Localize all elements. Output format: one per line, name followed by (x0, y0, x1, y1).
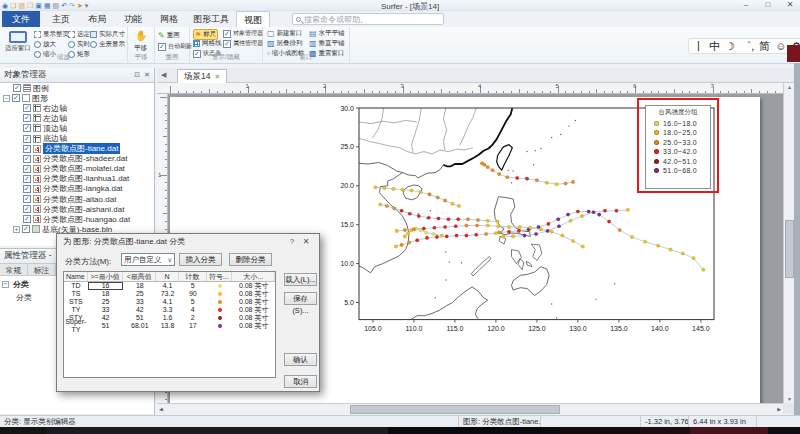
column-header[interactable]: 符号... (207, 272, 233, 281)
tree-item[interactable]: 分类散点图-shadeer.dat (0, 154, 154, 164)
zoom-in-button[interactable]: 放大 (34, 40, 56, 49)
save-button[interactable]: 保存(S)... (284, 292, 317, 305)
tree-item[interactable]: 分类散点图-molafei.dat (0, 164, 154, 174)
quick-access-toolbar[interactable]: ◉❏▨❐▣▦▧↶↷➤▾ (2, 1, 88, 10)
expand-icon[interactable]: + (13, 226, 20, 233)
load-button[interactable]: 载入(L)... (284, 273, 317, 286)
tree-item[interactable]: 底边轴 (0, 133, 154, 143)
print-icon[interactable]: ▧ (53, 1, 60, 10)
checkbox-icon[interactable] (23, 135, 31, 143)
class-row[interactable]: TD16184.150.08 英寸 (64, 282, 275, 290)
full-view-button[interactable]: 全景显示 (90, 40, 125, 49)
scrollbar-thumb[interactable] (350, 405, 560, 414)
checkbox-icon[interactable] (23, 175, 31, 183)
ok-button[interactable]: 确认 (284, 353, 317, 366)
maximize-button[interactable]: □ (760, 0, 776, 9)
class-table[interactable]: Name>=最小值<最高值N计数符号...大小... TD16184.150.0… (63, 271, 276, 378)
vertical-scrollbar[interactable]: ▲ ▼ (783, 83, 794, 403)
quick-access-dropdown-icon[interactable]: ▾ (85, 1, 89, 10)
checkbox-icon[interactable] (23, 124, 31, 132)
tab-features[interactable]: 功能 (116, 11, 150, 27)
select-cursor-icon[interactable]: ➤ (77, 1, 83, 10)
dialog-close-icon[interactable]: ✕ (299, 237, 313, 246)
document-tab[interactable]: 场景14 ✕ (177, 69, 227, 83)
column-header[interactable]: <最高值 (123, 272, 156, 281)
classification-dialog[interactable]: 为 图形: 分类散点图-tiane.dat 分类 ? ✕ 分类方法(M): 用户… (56, 233, 320, 392)
class-row[interactable]: TY33423.340.08 英寸 (64, 306, 275, 314)
surfer-app-icon[interactable]: ◉ (2, 1, 8, 10)
tree-item[interactable]: 分类散点图-tiane.dat (0, 144, 154, 154)
ime-item-0[interactable]: 丨 (693, 39, 704, 54)
column-header[interactable]: Name (64, 272, 88, 281)
checkbox-icon[interactable] (23, 195, 31, 203)
checkbox-icon[interactable] (23, 205, 31, 213)
checkbox-icon[interactable] (22, 225, 30, 233)
checkbox-icon[interactable] (23, 155, 31, 163)
column-header[interactable]: N (156, 272, 179, 281)
scroll-down-icon[interactable]: ▼ (787, 396, 792, 402)
dialog-title-bar[interactable]: 为 图形: 分类散点图-tiane.dat 分类 ? ✕ (57, 234, 319, 249)
dialog-help-icon[interactable]: ? (285, 237, 299, 246)
tab-scroll-left-icon[interactable]: ◀ (161, 71, 166, 79)
ime-item-2[interactable]: ☽ (725, 40, 735, 53)
tile-horizontal-button[interactable]: ▤水平平铺 (309, 29, 345, 38)
checkbox-icon[interactable] (13, 84, 21, 92)
redraw-button[interactable]: ✎重画 (158, 31, 180, 40)
cancel-button[interactable]: 取消 (284, 375, 317, 388)
tree-item[interactable]: 分类散点图-aitao.dat (0, 194, 154, 204)
zoom-realtime-button[interactable]: 实时 (68, 40, 90, 49)
checkbox-icon[interactable] (12, 94, 20, 102)
tree-item[interactable]: 分类散点图-aishani.dat (0, 204, 154, 214)
select-button[interactable]: 选定 (68, 30, 90, 39)
scroll-up-icon[interactable]: ▲ (787, 84, 792, 90)
input-method-bar[interactable]: 丨中☽゜,简☺⚙ (688, 38, 800, 54)
collapse-icon[interactable]: − (3, 95, 10, 102)
minimize-button[interactable]: – (738, 0, 754, 9)
delete-class-button[interactable]: 删除分类 (229, 253, 272, 266)
ime-item-5[interactable]: ☺ (775, 40, 786, 52)
undo-icon[interactable]: ↶ (61, 1, 67, 10)
checkbox-icon[interactable] (23, 165, 31, 173)
actual-size-button[interactable]: 实际尺寸 (90, 30, 125, 39)
ime-item-3[interactable]: ゜, (740, 39, 754, 54)
pin-icon[interactable]: ⊡ (134, 71, 140, 79)
pan-button[interactable]: ✋ (135, 30, 147, 41)
tile-vertical-button[interactable]: ▥垂直平铺 (309, 39, 345, 48)
pm-tab-general[interactable]: 常规 (0, 263, 28, 276)
close-panel-icon[interactable]: ✕ (144, 71, 150, 79)
property-manager-checkbox[interactable]: 属性管理器 (223, 39, 263, 48)
class-row[interactable]: STY42511.620.08 英寸 (64, 314, 275, 322)
tab-grid[interactable]: 网格 (152, 11, 186, 27)
checkbox-icon[interactable] (23, 145, 31, 153)
import-icon[interactable]: ❐ (27, 1, 33, 10)
object-manager-checkbox[interactable]: 对象管理器 (223, 29, 263, 38)
tree-item[interactable]: 左边轴 (0, 113, 154, 123)
tree-item[interactable]: 分类散点图-lianhua1.dat (0, 174, 154, 184)
tree-item[interactable]: 分类散点图-huangao.dat (0, 214, 154, 224)
checkbox-icon[interactable] (23, 104, 31, 112)
tab-file[interactable]: 文件 (2, 11, 40, 27)
column-header[interactable]: 大小... (232, 272, 275, 281)
new-window-button[interactable]: ▢新建窗口 (267, 29, 303, 38)
method-dropdown[interactable]: 用户自定义 ∨ (121, 253, 175, 266)
tab-view[interactable]: 视图 (236, 11, 270, 27)
tab-layout[interactable]: 布局 (80, 11, 114, 27)
command-search-input[interactable]: 搜索命令或帮助。 (292, 13, 444, 25)
insert-class-button[interactable]: 插入分类 (179, 253, 222, 266)
tree-item[interactable]: 顶边轴 (0, 123, 154, 133)
ime-item-1[interactable]: 中 (709, 39, 720, 54)
gridlines-toggle[interactable]: 网格线 (193, 39, 222, 48)
tab-graph-tools[interactable]: 图形工具 (188, 11, 234, 27)
checkbox-icon[interactable] (23, 215, 31, 223)
collapse-icon[interactable]: − (2, 281, 9, 288)
show-page-button[interactable]: 显示整页 (34, 30, 69, 39)
pm-tab-labels[interactable]: 标注 (28, 263, 56, 276)
class-row[interactable]: Super-TY5168.0113.8170.08 英寸 (64, 322, 275, 330)
auto-refresh-checkbox[interactable]: 自动刷新 (158, 42, 192, 51)
scrollbar-thumb[interactable] (785, 220, 794, 278)
save-icon[interactable]: ▣ (35, 1, 42, 10)
tab-home[interactable]: 主页 (44, 11, 78, 27)
checkbox-icon[interactable] (23, 185, 31, 193)
cascade-button[interactable]: ▨层叠排列 (267, 39, 303, 48)
class-row[interactable]: STS25334.150.08 英寸 (64, 298, 275, 306)
